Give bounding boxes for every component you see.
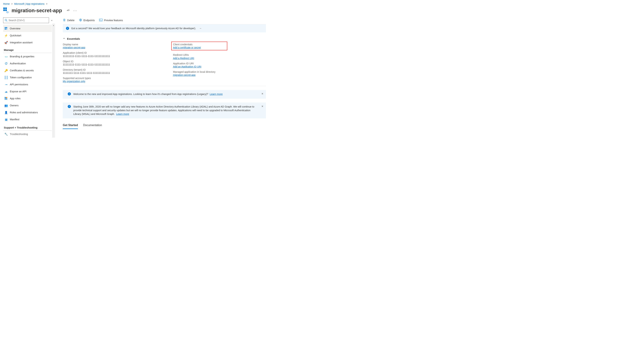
managed-app-link[interactable]: migration-secret-app: [173, 74, 196, 76]
adal-learn-more-link[interactable]: Learn more: [116, 113, 129, 115]
owners-icon: 👥: [4, 104, 8, 107]
chevron-up-icon: [63, 37, 65, 40]
sidebar-item-label: Authentication: [10, 62, 26, 65]
toolbar-label: Preview features: [104, 19, 123, 22]
search-input[interactable]: [3, 17, 49, 23]
preview-features-button[interactable]: Preview features: [99, 19, 123, 22]
sidebar-section-manage: Manage: [3, 46, 52, 53]
sidebar-item-quickstart[interactable]: ⚡ Quickstart: [3, 32, 52, 39]
sidebar-item-label: Branding & properties: [10, 55, 34, 58]
sidebar-item-app-roles[interactable]: App roles: [3, 95, 52, 102]
close-icon[interactable]: ✕: [262, 105, 264, 108]
grid-icon: [4, 27, 8, 30]
display-name-link[interactable]: migration-secret-app: [63, 46, 85, 49]
rocket-icon: ⚡: [4, 34, 8, 37]
app-grid-icon: [3, 7, 10, 14]
app-roles-icon: [4, 97, 8, 100]
sidebar-item-overview[interactable]: Overview: [3, 25, 52, 32]
sidebar-item-label: Troubleshooting: [10, 133, 28, 135]
svg-rect-16: [99, 19, 102, 21]
search-icon: [5, 19, 8, 22]
manifest-icon: ▦: [4, 118, 8, 121]
sidebar-item-token[interactable]: ║║ Token configuration: [3, 74, 52, 81]
add-app-id-uri-link[interactable]: Add an Application ID URI: [173, 65, 201, 68]
info-icon: i: [66, 27, 69, 30]
toolbar-label: Endpoints: [84, 19, 95, 22]
sidebar-item-label: Overview: [10, 27, 20, 30]
close-icon[interactable]: ✕: [262, 92, 264, 95]
svg-rect-2: [3, 9, 5, 11]
sidebar-item-owners[interactable]: 👥 Owners: [3, 102, 52, 109]
client-credentials-label: Client credentials: [173, 43, 226, 46]
sidebar-item-api-permissions[interactable]: ⊸ API permissions: [3, 81, 52, 88]
sidebar-item-manifest[interactable]: ▦ Manifest: [3, 116, 52, 123]
page-title: migration-secret-app: [12, 8, 62, 13]
wrench-icon: 🔧: [4, 133, 8, 136]
breadcrumb-home[interactable]: Home: [3, 2, 10, 5]
sidebar-item-certificates[interactable]: 🔑 Certificates & secrets: [3, 67, 52, 74]
svg-rect-1: [5, 7, 7, 9]
auth-icon: [4, 62, 8, 65]
sidebar-item-label: Token configuration: [10, 76, 32, 79]
sidebar-item-label: API permissions: [10, 83, 28, 86]
collapse-sidebar-icon[interactable]: «: [51, 19, 52, 22]
svg-rect-0: [3, 7, 5, 9]
app-id-uri-label: Application ID URI: [173, 62, 226, 65]
add-certificate-secret-link[interactable]: Add a certificate or secret: [173, 46, 201, 49]
token-icon: ║║: [4, 76, 8, 79]
cloud-icon: ☁: [4, 90, 8, 93]
sidebar-item-integration[interactable]: 🚀 Integration assistant: [3, 39, 52, 46]
sidebar-item-expose-api[interactable]: ☁ Expose an API: [3, 88, 52, 95]
feedback-banner[interactable]: i Got a second? We would love your feedb…: [63, 24, 266, 32]
account-types-link[interactable]: My organization only: [63, 80, 85, 83]
adal-text: Starting June 30th, 2020 we will no long…: [73, 105, 254, 115]
sidebar-item-label: Integration assistant: [10, 41, 32, 44]
tenant-id-value: 1111111-1111-1111-1111-111111111111: [63, 71, 166, 74]
svg-rect-11: [5, 97, 6, 98]
redirect-uris-label: Redirect URIs: [173, 53, 226, 57]
breadcrumb-separator-icon: >: [46, 2, 48, 5]
svg-point-5: [5, 19, 7, 21]
sidebar-item-label: Manifest: [10, 118, 20, 121]
feedback-text: Got a second? We would love your feedbac…: [71, 27, 196, 30]
trash-icon: [63, 18, 66, 22]
svg-rect-8: [6, 27, 7, 28]
essentials-toggle[interactable]: Essentials: [63, 37, 266, 40]
sidebar-item-troubleshooting[interactable]: 🔧 Troubleshooting: [3, 131, 52, 138]
delete-button[interactable]: Delete: [63, 18, 74, 22]
svg-rect-14: [6, 98, 7, 99]
svg-rect-3: [5, 9, 7, 11]
svg-rect-7: [5, 27, 6, 28]
add-redirect-uri-link[interactable]: Add a Redirect URI: [173, 57, 194, 60]
tab-get-started[interactable]: Get Started: [63, 123, 78, 129]
key-icon: 🔑: [4, 69, 8, 72]
sidebar-item-label: Roles and administrators: [10, 111, 38, 114]
svg-marker-4: [6, 11, 9, 13]
svg-rect-10: [6, 28, 7, 29]
breadcrumb-separator-icon: >: [11, 2, 12, 5]
sidebar-item-label: Expose an API: [10, 90, 26, 93]
arrow-right-icon[interactable]: →: [199, 27, 202, 30]
endpoints-button[interactable]: Endpoints: [79, 18, 95, 22]
sidebar-item-label: Certificates & secrets: [10, 69, 34, 72]
svg-line-6: [6, 21, 7, 21]
pin-icon[interactable]: [66, 9, 70, 12]
sidebar-item-branding[interactable]: ▭ Branding & properties: [3, 53, 52, 60]
sidebar-item-authentication[interactable]: Authentication: [3, 60, 52, 67]
svg-rect-12: [6, 97, 7, 98]
object-id-label: Object ID: [63, 60, 166, 63]
display-name-label: Display name: [63, 43, 166, 46]
tab-documentation[interactable]: Documentation: [83, 123, 102, 129]
welcome-learn-more-link[interactable]: Learn more: [210, 93, 223, 95]
sidebar-item-roles-admin[interactable]: 👤 Roles and administrators: [3, 109, 52, 116]
more-icon[interactable]: ···: [73, 8, 77, 12]
object-id-value: 11111111-1111-1111-1111-11111111111: [63, 63, 166, 66]
welcome-text: Welcome to the new and improved App regi…: [73, 93, 208, 95]
adal-info-box: i Starting June 30th, 2020 we will no lo…: [63, 102, 266, 118]
scroll-up-icon[interactable]: ▲: [53, 25, 54, 26]
search-field[interactable]: [8, 19, 48, 22]
tenant-id-label: Directory (tenant) ID: [63, 68, 166, 71]
info-icon: i: [68, 105, 71, 108]
application-id-label: Application (client) ID: [63, 51, 166, 54]
breadcrumb-app-registrations[interactable]: Microsoft | App registrations: [14, 2, 44, 5]
